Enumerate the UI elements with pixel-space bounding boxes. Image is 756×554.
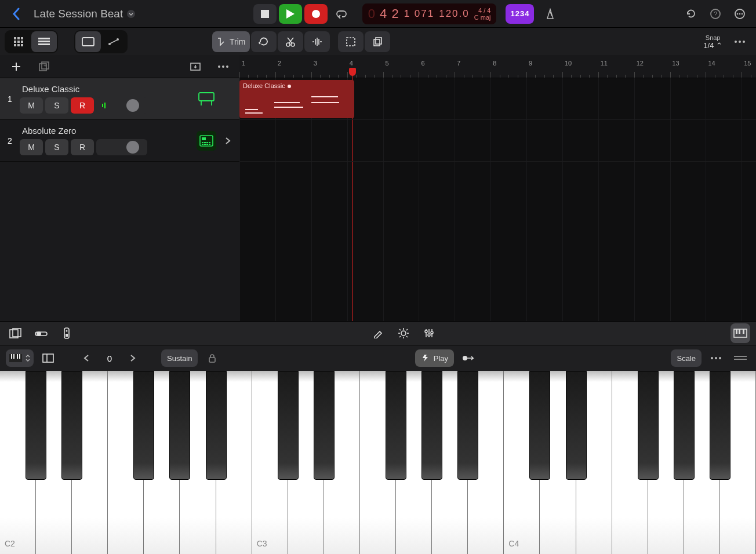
view-grid-button[interactable] [6, 31, 31, 52]
ruler-number: 7 [457, 60, 460, 67]
black-key[interactable] [710, 371, 730, 480]
octave-up-button[interactable] [123, 348, 143, 368]
octave-down-button[interactable] [77, 348, 96, 368]
keyboard-view-button[interactable] [730, 323, 750, 343]
record-enable-button[interactable]: R [71, 97, 94, 114]
black-key[interactable] [314, 371, 335, 480]
track-more-button[interactable] [212, 55, 235, 78]
arpeggiator-button[interactable] [394, 323, 413, 343]
undo-button[interactable] [679, 2, 703, 25]
keyboard-more-button[interactable] [706, 348, 726, 368]
snap-selector[interactable]: Snap 1/4 ⌃ [703, 34, 722, 50]
count-in-button[interactable]: 1234 [506, 4, 534, 24]
black-key[interactable] [566, 371, 587, 480]
black-key[interactable] [421, 371, 442, 480]
svg-point-78 [428, 334, 430, 336]
svg-rect-49 [202, 137, 206, 140]
sustain-button[interactable]: Sustain [161, 349, 198, 367]
mute-button[interactable]: M [20, 139, 43, 155]
stretch-tool-button[interactable] [304, 31, 330, 52]
timeline-row[interactable]: Deluxe Classic [239, 78, 756, 120]
black-key[interactable] [674, 371, 695, 480]
svg-rect-85 [11, 354, 12, 359]
play-button[interactable] [279, 4, 302, 24]
marquee-tool-button[interactable] [338, 31, 364, 52]
lock-button[interactable] [202, 348, 222, 368]
volume-slider[interactable] [96, 139, 147, 155]
trim-tool-button[interactable]: Trim [212, 31, 250, 52]
expand-track-button[interactable] [221, 134, 235, 148]
duplicate-track-button[interactable]: + [32, 55, 56, 78]
solo-button[interactable]: S [45, 139, 68, 155]
copy-tool-button[interactable] [365, 31, 390, 52]
metronome-button[interactable] [539, 2, 562, 25]
black-key[interactable] [133, 371, 154, 480]
timeline-row[interactable] [239, 120, 756, 162]
slider-knob[interactable] [126, 141, 139, 154]
mute-button[interactable]: M [20, 97, 43, 114]
instrument-icon[interactable] [197, 131, 216, 151]
snap-label: Snap [706, 34, 721, 42]
play-mode-button[interactable]: Play [415, 349, 454, 367]
project-title[interactable]: Late Session Beat [32, 8, 136, 20]
edit-button[interactable] [368, 323, 388, 343]
track-row[interactable]: 1 Deluxe Classic M S R [0, 78, 239, 120]
glissando-button[interactable] [459, 348, 478, 368]
black-key[interactable] [386, 371, 406, 480]
svg-rect-30 [347, 38, 355, 46]
black-key[interactable] [169, 371, 190, 480]
track-row[interactable]: 2 Absolute Zero M S R [0, 120, 239, 162]
plugin-button[interactable] [57, 323, 77, 343]
piano-keyboard[interactable]: C2C3C4 [0, 371, 756, 554]
view-tracks-button[interactable] [31, 31, 57, 52]
import-button[interactable] [184, 55, 207, 78]
ruler-number: 8 [493, 60, 496, 67]
split-tool-button[interactable] [278, 31, 303, 52]
back-button[interactable] [5, 2, 28, 25]
svg-point-63 [66, 330, 68, 332]
add-track-button[interactable] [5, 55, 28, 78]
black-key[interactable] [206, 371, 227, 480]
lcd-display[interactable]: 0 4 2 1 071 120.0 4 / 4 C maj [362, 3, 497, 24]
midi-region[interactable]: Deluxe Classic [239, 80, 354, 118]
svg-rect-18 [21, 44, 23, 46]
timeline-ruler[interactable]: 123456789101112131415 [239, 55, 756, 78]
lcd-timesig: 4 / 4 [478, 7, 490, 14]
black-key[interactable] [638, 371, 659, 480]
keyboard-type-button[interactable] [6, 349, 34, 367]
smart-controls-button[interactable] [31, 323, 51, 343]
svg-point-8 [739, 13, 741, 14]
volume-slider[interactable] [96, 97, 147, 114]
record-button[interactable] [304, 4, 328, 24]
help-button[interactable]: ? [704, 2, 727, 25]
loop-tool-button[interactable] [251, 31, 277, 52]
ruler-number: 14 [708, 60, 715, 67]
svg-rect-81 [736, 329, 737, 334]
stop-button[interactable] [253, 4, 277, 24]
black-key[interactable] [26, 371, 46, 480]
svg-point-65 [401, 331, 406, 336]
track-name[interactable]: Deluxe Classic [22, 84, 192, 94]
more-button[interactable] [728, 2, 751, 25]
record-enable-button[interactable]: R [71, 139, 94, 155]
black-key[interactable] [61, 371, 82, 480]
black-key[interactable] [278, 371, 299, 480]
slider-knob[interactable] [126, 99, 139, 112]
cycle-button[interactable] [330, 4, 353, 24]
split-keyboard-button[interactable] [38, 348, 58, 368]
scale-button[interactable]: Scale [671, 349, 702, 367]
key-label: C4 [508, 539, 519, 548]
svg-text:+: + [43, 63, 47, 69]
svg-point-92 [463, 356, 467, 360]
library-button[interactable] [6, 323, 26, 343]
instrument-icon[interactable] [197, 89, 216, 109]
solo-button[interactable]: S [45, 97, 68, 114]
track-name[interactable]: Absolute Zero [22, 126, 192, 136]
automation-view-button[interactable] [101, 31, 126, 52]
region-view-button[interactable] [75, 31, 101, 52]
mixer-button[interactable] [419, 323, 439, 343]
toolbar-more-button[interactable] [728, 30, 751, 53]
black-key[interactable] [529, 371, 550, 480]
drag-handle[interactable] [730, 348, 750, 368]
black-key[interactable] [457, 371, 478, 480]
